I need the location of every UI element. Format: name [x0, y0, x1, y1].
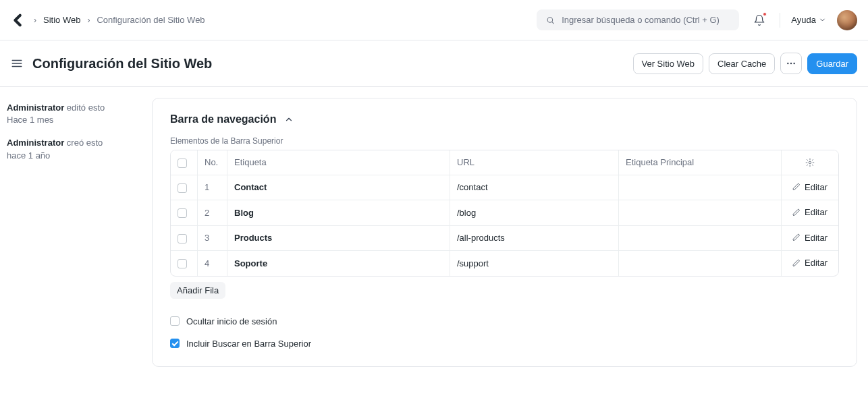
header-principal: Etiqueta Principal	[619, 150, 782, 175]
navbar-left: › Sitio Web › Configuración del Sitio We…	[11, 13, 205, 28]
row-select[interactable]	[171, 226, 198, 252]
topbar-items-table: No. Etiqueta URL Etiqueta Principal	[170, 150, 839, 277]
card-navbar-settings: Barra de navegación Elementos de la Barr…	[152, 98, 857, 367]
checkbox[interactable]	[178, 183, 187, 193]
pencil-icon	[792, 233, 801, 241]
timeline-edited-time: Hace 1 mes	[7, 115, 53, 125]
dots-icon	[786, 58, 796, 69]
pencil-icon	[792, 183, 801, 191]
row-edit-cell: Editar	[782, 226, 838, 252]
row-no: 4	[198, 251, 227, 276]
breadcrumb-current: Configuración del Sitio Web	[97, 15, 205, 25]
header-etiqueta: Etiqueta	[227, 150, 450, 175]
sidebar-toggle[interactable]	[11, 57, 23, 69]
logo[interactable]	[11, 13, 26, 28]
row-etiqueta[interactable]: Products	[227, 226, 450, 252]
timeline-edited-user: Administrator	[7, 103, 64, 113]
timeline-created-verb: creó esto	[64, 138, 103, 148]
header-url: URL	[450, 150, 619, 175]
row-no: 2	[198, 200, 227, 226]
chevron-logo-icon	[11, 13, 26, 28]
body: Administrator editó esto Hace 1 mes Admi…	[0, 87, 868, 382]
row-select[interactable]	[171, 175, 198, 201]
svg-line-1	[552, 22, 553, 23]
section-head[interactable]: Barra de navegación	[170, 113, 839, 125]
row-no: 3	[198, 226, 227, 252]
table-row[interactable]: 3Products/all-productsEditar	[171, 226, 838, 252]
chevron-down-icon	[819, 16, 826, 24]
checkbox[interactable]	[178, 259, 187, 268]
timeline-edited: Administrator editó esto Hace 1 mes	[7, 102, 145, 126]
hide-login-checkbox[interactable]: Ocultar inicio de sesión	[170, 316, 839, 326]
svg-point-5	[787, 63, 788, 64]
navbar: › Sitio Web › Configuración del Sitio We…	[0, 0, 868, 40]
notifications-button[interactable]	[750, 11, 769, 30]
avatar[interactable]	[837, 10, 857, 30]
row-edit-cell: Editar	[782, 175, 838, 201]
table-row[interactable]: 2Blog/blogEditar	[171, 200, 838, 226]
page-actions: Ver Sitio Web Clear Cache Guardar	[633, 53, 858, 74]
page-head: Configuración del Sitio Web Ver Sitio We…	[0, 40, 868, 87]
menu-icon	[11, 57, 23, 69]
search-input[interactable]	[562, 15, 730, 25]
row-url[interactable]: /all-products	[450, 226, 619, 252]
row-etiqueta[interactable]: Blog	[227, 200, 450, 226]
table-row[interactable]: 4Soporte/supportEditar	[171, 251, 838, 276]
more-actions-button[interactable]	[780, 53, 802, 74]
row-select[interactable]	[171, 251, 198, 276]
row-select[interactable]	[171, 200, 198, 226]
section-title: Barra de navegación	[170, 113, 276, 125]
row-url[interactable]: /blog	[450, 200, 619, 226]
edit-row-button[interactable]: Editar	[792, 207, 828, 217]
row-etiqueta[interactable]: Contact	[227, 175, 450, 201]
divider	[780, 13, 780, 28]
include-search-label: Incluir Buscar en Barra Superior	[186, 339, 311, 349]
search-icon	[546, 16, 555, 25]
include-search-checkbox[interactable]: Incluir Buscar en Barra Superior	[170, 339, 839, 349]
row-url[interactable]: /support	[450, 251, 619, 276]
timeline-created-user: Administrator	[7, 138, 64, 148]
timeline-created-time: hace 1 año	[7, 150, 50, 161]
table-row[interactable]: 1Contact/contactEditar	[171, 175, 838, 201]
checkbox[interactable]	[170, 339, 180, 348]
checkbox[interactable]	[178, 234, 187, 243]
sidebar: Administrator editó esto Hace 1 mes Admi…	[0, 87, 152, 188]
breadcrumb-separator: ›	[87, 16, 90, 25]
edit-row-button[interactable]: Editar	[792, 233, 828, 243]
timeline-created: Administrator creó esto hace 1 año	[7, 137, 145, 161]
save-button[interactable]: Guardar	[807, 53, 857, 74]
checkbox[interactable]	[178, 159, 187, 168]
svg-point-7	[794, 63, 795, 64]
help-label: Ayuda	[791, 15, 816, 25]
header-settings[interactable]	[782, 150, 838, 175]
row-no: 1	[198, 175, 227, 201]
form-controls: Ocultar inicio de sesión Incluir Buscar …	[170, 316, 839, 349]
checkbox[interactable]	[178, 208, 187, 218]
row-principal[interactable]	[619, 251, 782, 276]
breadcrumb: › Sitio Web › Configuración del Sitio We…	[34, 15, 205, 25]
hide-login-label: Ocultar inicio de sesión	[186, 316, 277, 326]
help-menu[interactable]: Ayuda	[791, 15, 826, 25]
chevron-up-icon	[284, 115, 294, 124]
row-etiqueta[interactable]: Soporte	[227, 251, 450, 276]
edit-row-button[interactable]: Editar	[792, 258, 828, 268]
add-row-button[interactable]: Añadir Fila	[170, 282, 225, 299]
row-principal[interactable]	[619, 226, 782, 252]
edit-row-button[interactable]: Editar	[792, 182, 828, 192]
row-principal[interactable]	[619, 200, 782, 226]
notification-dot-icon	[763, 12, 767, 16]
table-label: Elementos de la Barra Superior	[170, 136, 839, 146]
header-select-all[interactable]	[171, 150, 198, 175]
checkbox[interactable]	[170, 316, 180, 326]
row-url[interactable]: /contact	[450, 175, 619, 201]
page-head-left: Configuración del Sitio Web	[11, 56, 212, 71]
main: Barra de navegación Elementos de la Barr…	[152, 87, 868, 382]
row-principal[interactable]	[619, 175, 782, 201]
breadcrumb-parent[interactable]: Sitio Web	[43, 15, 80, 25]
clear-cache-button[interactable]: Clear Cache	[709, 53, 775, 74]
page-title: Configuración del Sitio Web	[32, 56, 212, 71]
search-box[interactable]	[537, 9, 739, 30]
row-edit-cell: Editar	[782, 251, 838, 276]
view-site-button[interactable]: Ver Sitio Web	[633, 53, 704, 74]
svg-point-8	[809, 161, 811, 164]
